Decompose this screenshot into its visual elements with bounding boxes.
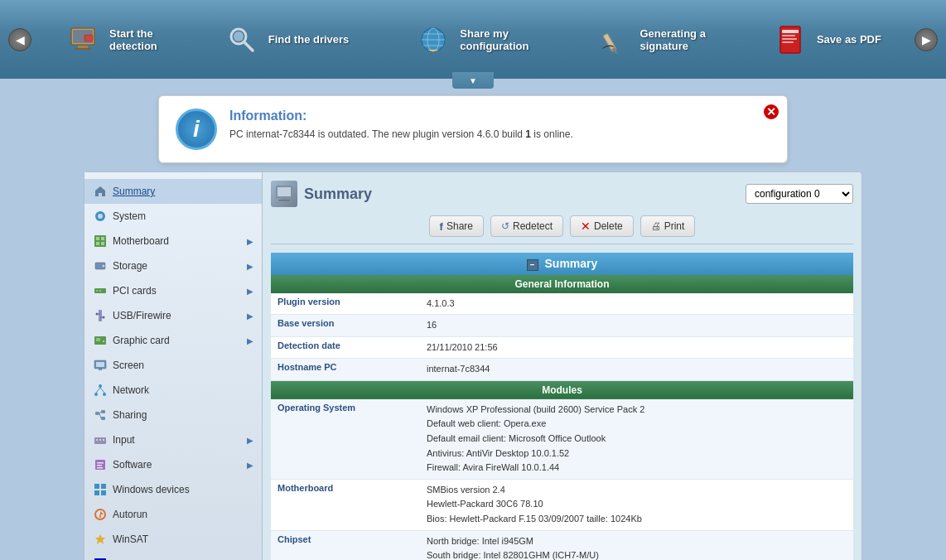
sidebar-label-input: Input [113, 434, 135, 446]
info-close-button[interactable]: ✕ [762, 103, 780, 121]
svg-rect-37 [96, 338, 100, 341]
svg-rect-17 [782, 38, 797, 40]
redetect-icon: ↺ [501, 220, 509, 232]
svg-rect-58 [97, 465, 102, 466]
sidebar-label-sharing: Sharing [113, 409, 147, 421]
sidebar-item-motherboard[interactable]: Motherboard ▶ [84, 229, 262, 253]
nav-item-find-drivers[interactable]: Find the drivers [210, 15, 363, 65]
delete-icon: ✕ [581, 220, 591, 233]
sidebar-label-usb: USB/Firewire [113, 310, 171, 321]
action-bar: f Share ↺ Redetect ✕ Delete 🖨 Print [271, 215, 853, 244]
print-button[interactable]: 🖨 Print [640, 215, 696, 237]
sidebar-item-usb-firewire[interactable]: USB/Firewire ▶ [84, 303, 262, 328]
nav-item-generating-signature[interactable]: Generating a signature [582, 15, 718, 65]
sidebar-item-bsod[interactable]: BSoD BSOD Analyze [84, 552, 262, 560]
svg-rect-63 [101, 490, 106, 495]
svg-rect-74 [278, 200, 290, 201]
table-row: Chipset North bridge: Intel i945GM South… [271, 530, 853, 560]
main-content-area: Summary System Motherboard ▶ [84, 171, 862, 560]
table-row: Plugin version 4.1.0.3 [271, 293, 853, 315]
house-icon [93, 184, 108, 199]
nav-next-arrow[interactable]: ▶ [915, 28, 938, 51]
input-arrow-icon: ▶ [247, 436, 253, 445]
summary-table-wrapper: − Summary General Information Plugin ver… [271, 253, 853, 560]
svg-rect-23 [101, 237, 104, 240]
configuration-select[interactable]: configuration 0 [746, 184, 853, 204]
sidebar-item-software[interactable]: Software ▶ [84, 452, 262, 477]
sidebar-item-summary[interactable]: Summary [84, 179, 262, 204]
storage-icon [93, 258, 108, 273]
delete-button[interactable]: ✕ Delete [570, 215, 634, 237]
nav-item-start-detection[interactable]: Start the detection [51, 15, 171, 65]
save-pdf-label: Save as PDF [817, 33, 881, 46]
sidebar-item-graphic-card[interactable]: Graphic card ▶ [84, 328, 262, 353]
sidebar-item-windows-devices[interactable]: Windows devices [84, 477, 262, 502]
table-row: Hostname PC internat-7c8344 [271, 359, 853, 381]
storage-arrow-icon: ▶ [247, 262, 253, 271]
svg-rect-59 [97, 467, 103, 469]
svg-point-43 [94, 393, 98, 396]
row-value: 21/11/2010 21:56 [420, 336, 853, 359]
gpu-icon [93, 333, 108, 348]
svg-rect-62 [94, 490, 99, 495]
table-main-header: − Summary [271, 253, 853, 275]
svg-rect-29 [96, 290, 98, 292]
sidebar: Summary System Motherboard ▶ [84, 172, 263, 560]
sidebar-item-input[interactable]: Input ▶ [84, 427, 262, 452]
svg-rect-54 [99, 439, 101, 441]
svg-rect-41 [99, 369, 102, 370]
sidebar-label-autorun: Autorun [113, 509, 147, 520]
generating-signature-label: Generating a signature [640, 27, 705, 52]
usb-arrow-icon: ▶ [247, 311, 253, 321]
sidebar-item-pci-cards[interactable]: PCI cards ▶ [84, 278, 262, 303]
svg-rect-48 [101, 410, 105, 413]
svg-rect-60 [94, 484, 99, 489]
sidebar-item-network[interactable]: Network [84, 378, 262, 403]
svg-point-42 [99, 384, 102, 388]
bsod-icon: BSoD [93, 557, 108, 560]
nav-prev-arrow[interactable]: ◀ [8, 28, 31, 51]
system-icon [93, 209, 108, 224]
nav-item-share-config[interactable]: Share my configuration [402, 15, 542, 65]
redetect-button[interactable]: ↺ Redetect [490, 215, 563, 237]
sidebar-label-graphic-card: Graphic card [113, 335, 170, 346]
sidebar-label-windows-devices: Windows devices [113, 484, 190, 495]
svg-rect-24 [96, 242, 99, 245]
top-navigation-bar: ◀ Start the detection [0, 0, 946, 79]
svg-rect-2 [78, 46, 88, 48]
sidebar-item-screen[interactable]: Screen [84, 353, 262, 378]
software-icon [93, 457, 108, 472]
info-banner: i Information: PC internat-7c8344 is out… [158, 95, 788, 163]
find-drivers-label: Find the drivers [268, 33, 350, 46]
sidebar-item-sharing[interactable]: Sharing [84, 403, 262, 427]
facebook-icon: f [440, 220, 443, 233]
globe-icon [415, 22, 451, 58]
sidebar-item-system[interactable]: System [84, 204, 262, 229]
svg-rect-18 [782, 41, 794, 43]
sidebar-item-autorun[interactable]: Autorun [84, 502, 262, 527]
svg-rect-61 [101, 484, 106, 489]
nav-items-container: Start the detection Find the drivers [31, 15, 915, 65]
svg-rect-4 [84, 35, 93, 41]
row-label: Plugin version [271, 293, 420, 315]
row-label: Motherboard [271, 479, 420, 530]
sidebar-item-storage[interactable]: Storage ▶ [84, 253, 262, 278]
summary-section-icon [271, 181, 297, 207]
network-icon [93, 383, 108, 398]
sidebar-label-pci-cards: PCI cards [113, 285, 157, 297]
row-value: SMBios version 2.4 Hewlett-Packard 30C6 … [420, 479, 853, 530]
svg-rect-72 [278, 187, 291, 196]
dropdown-arrow[interactable] [452, 72, 494, 89]
sharing-icon [93, 408, 108, 422]
row-label: Chipset [271, 530, 420, 560]
sidebar-label-system: System [113, 210, 146, 222]
autorun-icon [93, 507, 108, 522]
row-label: Hostname PC [271, 359, 420, 381]
software-arrow-icon: ▶ [247, 461, 253, 470]
sidebar-label-winsat: WinSAT [113, 533, 148, 545]
svg-line-7 [244, 42, 253, 51]
sidebar-item-winsat[interactable]: WinSAT [84, 527, 262, 552]
nav-item-save-pdf[interactable]: Save as PDF [759, 15, 895, 65]
collapse-button[interactable]: − [527, 259, 538, 271]
share-button[interactable]: f Share [429, 215, 484, 237]
